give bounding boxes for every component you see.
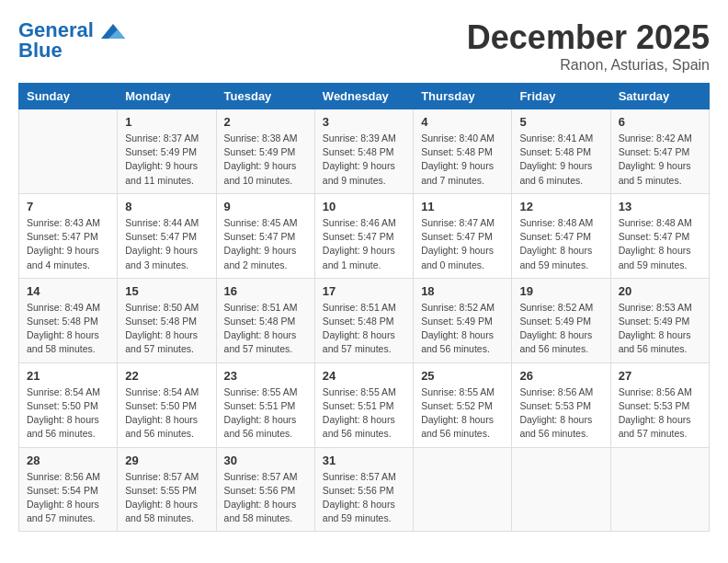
calendar-table: SundayMondayTuesdayWednesdayThursdayFrid… bbox=[18, 83, 710, 532]
calendar-cell: 14Sunrise: 8:49 AM Sunset: 5:48 PM Dayli… bbox=[19, 278, 118, 362]
calendar-cell: 31Sunrise: 8:57 AM Sunset: 5:56 PM Dayli… bbox=[314, 447, 413, 532]
day-number: 23 bbox=[224, 369, 307, 383]
calendar-cell: 16Sunrise: 8:51 AM Sunset: 5:48 PM Dayli… bbox=[216, 278, 314, 362]
title-block: December 2025 Ranon, Asturias, Spain bbox=[467, 18, 710, 74]
day-info: Sunrise: 8:39 AM Sunset: 5:48 PM Dayligh… bbox=[323, 132, 405, 188]
calendar-cell: 22Sunrise: 8:54 AM Sunset: 5:50 PM Dayli… bbox=[118, 362, 216, 447]
day-info: Sunrise: 8:47 AM Sunset: 5:47 PM Dayligh… bbox=[421, 216, 504, 272]
day-number: 4 bbox=[421, 115, 504, 129]
calendar-cell: 29Sunrise: 8:57 AM Sunset: 5:55 PM Dayli… bbox=[118, 447, 216, 532]
logo: General Blue bbox=[18, 18, 125, 63]
calendar-cell: 10Sunrise: 8:46 AM Sunset: 5:47 PM Dayli… bbox=[314, 193, 413, 278]
calendar-cell: 23Sunrise: 8:55 AM Sunset: 5:51 PM Dayli… bbox=[216, 362, 314, 447]
day-number: 25 bbox=[421, 369, 504, 383]
day-number: 3 bbox=[323, 115, 405, 129]
weekday-header-saturday: Saturday bbox=[610, 84, 709, 109]
day-number: 15 bbox=[125, 284, 208, 298]
day-info: Sunrise: 8:37 AM Sunset: 5:49 PM Dayligh… bbox=[125, 132, 208, 188]
day-info: Sunrise: 8:51 AM Sunset: 5:48 PM Dayligh… bbox=[224, 301, 307, 357]
day-info: Sunrise: 8:44 AM Sunset: 5:47 PM Dayligh… bbox=[125, 216, 208, 272]
calendar-cell: 30Sunrise: 8:57 AM Sunset: 5:56 PM Dayli… bbox=[216, 447, 314, 532]
day-info: Sunrise: 8:56 AM Sunset: 5:53 PM Dayligh… bbox=[619, 385, 701, 442]
calendar-cell: 15Sunrise: 8:50 AM Sunset: 5:48 PM Dayli… bbox=[118, 278, 216, 362]
month-title: December 2025 bbox=[467, 18, 710, 57]
calendar-cell: 11Sunrise: 8:47 AM Sunset: 5:47 PM Dayli… bbox=[414, 193, 512, 278]
day-number: 19 bbox=[519, 284, 602, 298]
day-info: Sunrise: 8:40 AM Sunset: 5:48 PM Dayligh… bbox=[421, 132, 504, 188]
day-number: 18 bbox=[421, 284, 504, 298]
calendar-cell bbox=[512, 447, 610, 532]
calendar-cell: 27Sunrise: 8:56 AM Sunset: 5:53 PM Dayli… bbox=[610, 362, 709, 447]
day-number: 6 bbox=[619, 115, 701, 129]
day-info: Sunrise: 8:52 AM Sunset: 5:49 PM Dayligh… bbox=[519, 301, 602, 357]
weekday-header-tuesday: Tuesday bbox=[216, 84, 314, 109]
day-info: Sunrise: 8:43 AM Sunset: 5:47 PM Dayligh… bbox=[27, 216, 109, 272]
calendar-cell: 9Sunrise: 8:45 AM Sunset: 5:47 PM Daylig… bbox=[216, 193, 314, 278]
day-number: 2 bbox=[224, 115, 307, 129]
calendar-cell: 28Sunrise: 8:56 AM Sunset: 5:54 PM Dayli… bbox=[19, 447, 118, 532]
calendar-cell: 5Sunrise: 8:41 AM Sunset: 5:48 PM Daylig… bbox=[512, 109, 610, 194]
location: Ranon, Asturias, Spain bbox=[467, 57, 710, 74]
day-number: 29 bbox=[125, 454, 208, 467]
day-info: Sunrise: 8:48 AM Sunset: 5:47 PM Dayligh… bbox=[619, 216, 701, 272]
day-number: 8 bbox=[125, 200, 208, 213]
day-info: Sunrise: 8:38 AM Sunset: 5:49 PM Dayligh… bbox=[224, 132, 307, 188]
day-info: Sunrise: 8:45 AM Sunset: 5:47 PM Dayligh… bbox=[224, 216, 307, 272]
weekday-header-sunday: Sunday bbox=[19, 84, 118, 109]
calendar-week-1: 1Sunrise: 8:37 AM Sunset: 5:49 PM Daylig… bbox=[19, 109, 710, 194]
day-number: 14 bbox=[27, 284, 109, 298]
calendar-cell: 8Sunrise: 8:44 AM Sunset: 5:47 PM Daylig… bbox=[118, 193, 216, 278]
day-number: 7 bbox=[27, 200, 109, 213]
day-info: Sunrise: 8:50 AM Sunset: 5:48 PM Dayligh… bbox=[125, 301, 208, 357]
day-number: 12 bbox=[519, 200, 602, 213]
calendar-cell: 13Sunrise: 8:48 AM Sunset: 5:47 PM Dayli… bbox=[610, 193, 709, 278]
day-number: 26 bbox=[519, 369, 602, 383]
day-info: Sunrise: 8:49 AM Sunset: 5:48 PM Dayligh… bbox=[27, 301, 109, 357]
day-number: 16 bbox=[224, 284, 307, 298]
day-info: Sunrise: 8:55 AM Sunset: 5:51 PM Dayligh… bbox=[224, 385, 307, 442]
calendar-cell: 17Sunrise: 8:51 AM Sunset: 5:48 PM Dayli… bbox=[314, 278, 413, 362]
calendar-week-2: 7Sunrise: 8:43 AM Sunset: 5:47 PM Daylig… bbox=[19, 193, 710, 278]
day-number: 17 bbox=[323, 284, 405, 298]
page-header: General Blue December 2025 Ranon, Asturi… bbox=[18, 18, 710, 74]
day-info: Sunrise: 8:57 AM Sunset: 5:56 PM Dayligh… bbox=[224, 470, 307, 526]
day-number: 30 bbox=[224, 454, 307, 467]
day-info: Sunrise: 8:55 AM Sunset: 5:52 PM Dayligh… bbox=[421, 385, 504, 442]
calendar-week-4: 21Sunrise: 8:54 AM Sunset: 5:50 PM Dayli… bbox=[19, 362, 710, 447]
calendar-header: SundayMondayTuesdayWednesdayThursdayFrid… bbox=[19, 84, 710, 109]
weekday-header-friday: Friday bbox=[512, 84, 610, 109]
day-number: 13 bbox=[619, 200, 701, 213]
calendar-cell: 24Sunrise: 8:55 AM Sunset: 5:51 PM Dayli… bbox=[314, 362, 413, 447]
day-number: 11 bbox=[421, 200, 504, 213]
calendar-cell: 7Sunrise: 8:43 AM Sunset: 5:47 PM Daylig… bbox=[19, 193, 118, 278]
day-info: Sunrise: 8:53 AM Sunset: 5:49 PM Dayligh… bbox=[619, 301, 701, 357]
calendar-cell: 2Sunrise: 8:38 AM Sunset: 5:49 PM Daylig… bbox=[216, 109, 314, 194]
calendar-cell bbox=[610, 447, 709, 532]
weekday-header-monday: Monday bbox=[118, 84, 216, 109]
day-info: Sunrise: 8:57 AM Sunset: 5:56 PM Dayligh… bbox=[323, 470, 405, 526]
day-number: 24 bbox=[323, 369, 405, 383]
day-number: 22 bbox=[125, 369, 208, 383]
day-info: Sunrise: 8:42 AM Sunset: 5:47 PM Dayligh… bbox=[619, 132, 701, 188]
weekday-header-wednesday: Wednesday bbox=[314, 84, 413, 109]
day-number: 21 bbox=[27, 369, 109, 383]
day-number: 5 bbox=[519, 115, 602, 129]
calendar-cell: 25Sunrise: 8:55 AM Sunset: 5:52 PM Dayli… bbox=[414, 362, 512, 447]
calendar-cell: 20Sunrise: 8:53 AM Sunset: 5:49 PM Dayli… bbox=[610, 278, 709, 362]
day-info: Sunrise: 8:57 AM Sunset: 5:55 PM Dayligh… bbox=[125, 470, 208, 526]
logo-icon bbox=[101, 22, 125, 40]
day-number: 31 bbox=[323, 454, 405, 467]
calendar-cell: 18Sunrise: 8:52 AM Sunset: 5:49 PM Dayli… bbox=[414, 278, 512, 362]
day-info: Sunrise: 8:54 AM Sunset: 5:50 PM Dayligh… bbox=[27, 385, 109, 442]
day-info: Sunrise: 8:51 AM Sunset: 5:48 PM Dayligh… bbox=[323, 301, 405, 357]
weekday-header-row: SundayMondayTuesdayWednesdayThursdayFrid… bbox=[19, 84, 710, 109]
calendar-week-3: 14Sunrise: 8:49 AM Sunset: 5:48 PM Dayli… bbox=[19, 278, 710, 362]
calendar-cell bbox=[414, 447, 512, 532]
day-info: Sunrise: 8:52 AM Sunset: 5:49 PM Dayligh… bbox=[421, 301, 504, 357]
day-info: Sunrise: 8:55 AM Sunset: 5:51 PM Dayligh… bbox=[323, 385, 405, 442]
calendar-cell: 4Sunrise: 8:40 AM Sunset: 5:48 PM Daylig… bbox=[414, 109, 512, 194]
day-info: Sunrise: 8:46 AM Sunset: 5:47 PM Dayligh… bbox=[323, 216, 405, 272]
calendar-body: 1Sunrise: 8:37 AM Sunset: 5:49 PM Daylig… bbox=[19, 109, 710, 532]
calendar-cell: 1Sunrise: 8:37 AM Sunset: 5:49 PM Daylig… bbox=[118, 109, 216, 194]
weekday-header-thursday: Thursday bbox=[414, 84, 512, 109]
